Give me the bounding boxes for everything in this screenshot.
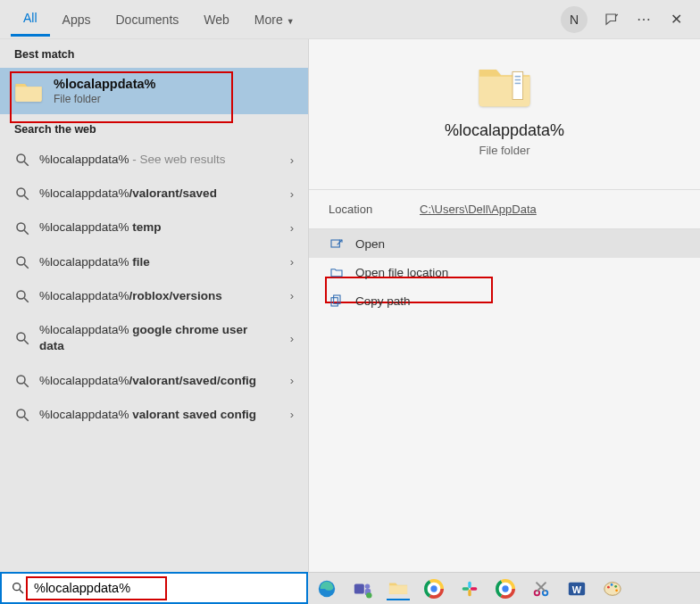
web-result-4[interactable]: %localappdata%/roblox/versions› xyxy=(0,279,308,313)
user-avatar[interactable]: N xyxy=(561,6,588,33)
search-bar[interactable] xyxy=(0,572,308,604)
folder-large-icon xyxy=(477,62,532,109)
folder-icon xyxy=(14,79,43,103)
preview-subtitle: File folder xyxy=(479,144,529,157)
tab-apps[interactable]: Apps xyxy=(50,4,104,36)
svg-line-3 xyxy=(24,196,29,201)
search-icon xyxy=(14,330,30,346)
search-icon xyxy=(14,152,30,168)
chevron-right-icon: › xyxy=(290,255,294,269)
preview-panel: %localappdata% File folder Location C:\U… xyxy=(308,39,700,572)
chevron-down-icon: ▼ xyxy=(287,17,295,26)
web-result-0[interactable]: %localappdata% - See web results› xyxy=(0,143,308,177)
svg-line-15 xyxy=(24,417,29,421)
taskbar-paint-icon[interactable] xyxy=(601,577,624,600)
taskbar-chrome2-icon[interactable] xyxy=(494,577,517,600)
action-open-label: Open xyxy=(355,237,385,251)
svg-point-53 xyxy=(614,584,617,587)
taskbar-edge-icon[interactable] xyxy=(315,577,338,600)
action-open[interactable]: Open xyxy=(309,229,700,258)
results-panel: Best match %localappdata% File folder Se… xyxy=(0,39,308,572)
search-input[interactable] xyxy=(34,581,297,595)
web-result-text: %localappdata% temp xyxy=(39,219,294,236)
search-header: All Apps Documents Web More▼ N ⋯ ✕ xyxy=(0,0,700,39)
chevron-right-icon: › xyxy=(290,221,294,235)
taskbar-explorer-icon[interactable] xyxy=(387,577,410,600)
web-result-text: %localappdata%/valorant/saved/config xyxy=(39,373,294,389)
svg-point-12 xyxy=(17,376,25,384)
taskbar-slack-icon[interactable] xyxy=(458,577,481,600)
tab-documents[interactable]: Documents xyxy=(103,4,191,36)
taskbar: W xyxy=(308,572,700,604)
web-result-text: %localappdata% - See web results xyxy=(39,152,294,168)
taskbar-chrome-icon[interactable] xyxy=(422,577,446,600)
web-result-7[interactable]: %localappdata% valorant saved config› xyxy=(0,398,308,432)
svg-point-0 xyxy=(17,154,25,162)
web-result-1[interactable]: %localappdata%/valorant/saved› xyxy=(0,177,308,211)
chevron-right-icon: › xyxy=(290,187,294,201)
svg-rect-21 xyxy=(334,295,340,303)
more-options-icon[interactable]: ⋯ xyxy=(636,12,652,28)
search-icon xyxy=(11,581,25,595)
svg-rect-38 xyxy=(471,587,478,590)
svg-point-8 xyxy=(17,291,25,299)
chevron-right-icon: › xyxy=(290,408,294,421)
web-result-text: %localappdata% file xyxy=(39,254,294,270)
svg-point-43 xyxy=(502,585,508,592)
svg-point-14 xyxy=(17,410,25,418)
svg-point-2 xyxy=(17,188,25,196)
search-icon xyxy=(14,254,30,270)
chevron-right-icon: › xyxy=(290,332,294,345)
action-open-location-label: Open file location xyxy=(355,266,448,279)
svg-line-5 xyxy=(24,230,29,235)
svg-rect-35 xyxy=(468,581,471,588)
svg-point-27 xyxy=(365,583,371,589)
feedback-icon[interactable] xyxy=(604,12,620,28)
svg-line-9 xyxy=(24,298,29,302)
svg-point-4 xyxy=(17,223,25,231)
location-path-link[interactable]: C:\Users\Dell\AppData xyxy=(420,203,537,216)
svg-rect-37 xyxy=(468,589,471,596)
svg-line-13 xyxy=(24,383,29,387)
search-icon xyxy=(14,220,30,236)
best-match-result[interactable]: %localappdata% File folder xyxy=(0,68,308,114)
location-row: Location C:\Users\Dell\AppData xyxy=(309,190,700,228)
taskbar-teams-icon[interactable] xyxy=(351,577,374,600)
web-result-3[interactable]: %localappdata% file› xyxy=(0,245,308,279)
action-copy-path[interactable]: Copy path xyxy=(309,286,700,315)
search-icon xyxy=(14,186,30,202)
copy-icon xyxy=(329,294,345,308)
search-icon xyxy=(14,288,30,304)
web-result-6[interactable]: %localappdata%/valorant/saved/config› xyxy=(0,364,308,398)
web-result-5[interactable]: %localappdata% google chrome user data› xyxy=(0,313,308,363)
svg-point-6 xyxy=(17,257,25,265)
tab-web[interactable]: Web xyxy=(191,4,242,36)
svg-rect-22 xyxy=(331,298,338,306)
tab-all[interactable]: All xyxy=(11,2,50,37)
web-result-text: %localappdata%/valorant/saved xyxy=(39,186,294,202)
chevron-right-icon: › xyxy=(290,374,294,387)
taskbar-snip-icon[interactable] xyxy=(529,577,553,600)
svg-line-24 xyxy=(20,590,23,593)
svg-point-29 xyxy=(366,592,371,598)
action-open-file-location[interactable]: Open file location xyxy=(309,258,700,286)
svg-point-51 xyxy=(607,585,610,588)
location-label: Location xyxy=(329,203,420,216)
section-search-web-label: Search the web xyxy=(0,114,308,143)
web-result-2[interactable]: %localappdata% temp› xyxy=(0,211,308,244)
svg-line-1 xyxy=(24,161,29,166)
best-match-subtitle: File folder xyxy=(54,93,155,105)
svg-rect-26 xyxy=(354,583,364,593)
svg-line-7 xyxy=(24,264,29,269)
web-result-text: %localappdata%/roblox/versions xyxy=(39,288,294,304)
svg-point-34 xyxy=(430,585,437,592)
open-icon xyxy=(329,236,345,251)
web-result-text: %localappdata% valorant saved config xyxy=(39,407,294,423)
taskbar-word-icon[interactable]: W xyxy=(565,577,588,600)
close-icon[interactable]: ✕ xyxy=(668,12,684,28)
tab-more[interactable]: More▼ xyxy=(242,4,307,36)
folder-open-icon xyxy=(329,265,345,279)
svg-text:W: W xyxy=(572,583,582,594)
search-icon xyxy=(14,373,30,389)
svg-line-11 xyxy=(24,341,29,345)
